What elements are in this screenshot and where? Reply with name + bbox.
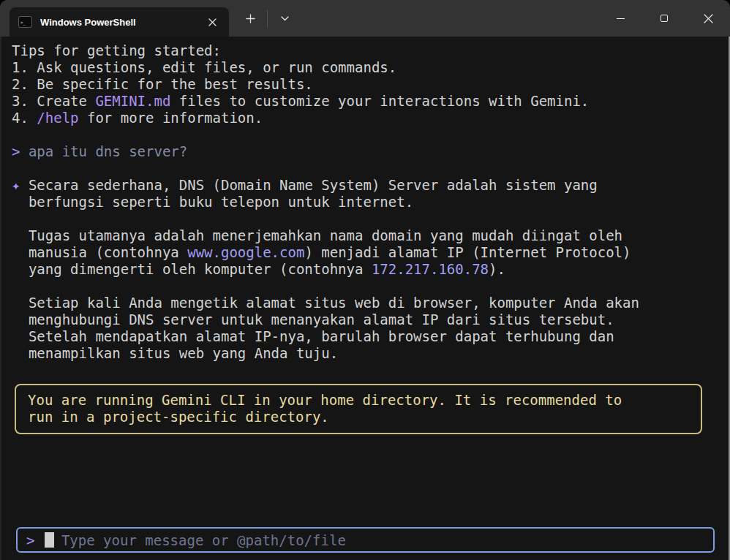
terminal-line: Tugas utamanya adalah menerjemahkan nama… <box>12 227 729 244</box>
terminal-line: menampilkan situs web yang Anda tuju. <box>12 345 729 362</box>
message-input[interactable]: > Type your message or @path/to/file <box>16 527 715 553</box>
terminal-line <box>12 211 729 227</box>
text-cursor <box>45 532 54 548</box>
titlebar-drag-area[interactable] <box>298 0 598 37</box>
terminal-line <box>12 160 729 177</box>
close-icon <box>208 18 217 26</box>
titlebar-divider <box>267 10 268 27</box>
terminal-line: ✦ Secara sederhana, DNS (Domain Name Sys… <box>12 177 729 194</box>
tab-dropdown-button[interactable] <box>271 5 298 31</box>
powershell-icon: >_ <box>18 16 32 28</box>
titlebar: >_ Windows PowerShell <box>0 0 730 37</box>
warning-banner: You are running Gemini CLI in your home … <box>15 384 702 434</box>
terminal-line: Tips for getting started: <box>12 42 729 59</box>
terminal-line <box>12 126 729 143</box>
tab-title: Windows PowerShell <box>40 17 203 28</box>
terminal-line: 4. /help for more information. <box>12 110 729 126</box>
close-icon <box>704 14 713 23</box>
terminal-line: 1. Ask questions, edit files, or run com… <box>12 59 729 76</box>
tab-close-button[interactable] <box>203 12 222 31</box>
window-controls <box>598 0 730 37</box>
close-window-button[interactable] <box>686 0 730 37</box>
prompt-symbol: > <box>26 532 43 548</box>
warning-line: run in a project-specific directory. <box>28 409 689 425</box>
input-placeholder: Type your message or @path/to/file <box>54 532 346 548</box>
plus-icon <box>246 14 255 23</box>
terminal-line: berfungsi seperti buku telepon untuk int… <box>12 194 729 211</box>
terminal-line <box>12 278 729 295</box>
terminal-line: Setelah mendapatkan alamat IP-nya, barul… <box>12 328 729 345</box>
terminal-output[interactable]: Tips for getting started:1. Ask question… <box>0 37 730 560</box>
new-tab-button[interactable] <box>237 5 263 31</box>
minimize-icon <box>617 18 625 19</box>
gemini-cli-output: Tips for getting started:1. Ask question… <box>12 42 729 362</box>
chevron-down-icon <box>281 16 289 21</box>
terminal-line: menghubungi DNS server untuk menanyakan … <box>12 311 729 328</box>
terminal-line: > apa itu dns server? <box>12 143 729 160</box>
terminal-window: >_ Windows PowerShell <box>0 0 730 560</box>
tab-windows-powershell[interactable]: >_ Windows PowerShell <box>10 7 229 37</box>
terminal-line: yang dimengerti oleh komputer (contohnya… <box>12 261 729 278</box>
terminal-line: Setiap kali Anda mengetik alamat situs w… <box>12 295 729 311</box>
terminal-line: 3. Create GEMINI.md files to customize y… <box>12 93 729 110</box>
maximize-button[interactable] <box>642 0 686 37</box>
maximize-icon <box>661 15 668 22</box>
terminal-line: manusia (contohnya www.google.com) menja… <box>12 244 729 261</box>
minimize-button[interactable] <box>598 0 642 37</box>
terminal-line: 2. Be specific for the best results. <box>12 76 729 93</box>
warning-line: You are running Gemini CLI in your home … <box>28 392 689 409</box>
